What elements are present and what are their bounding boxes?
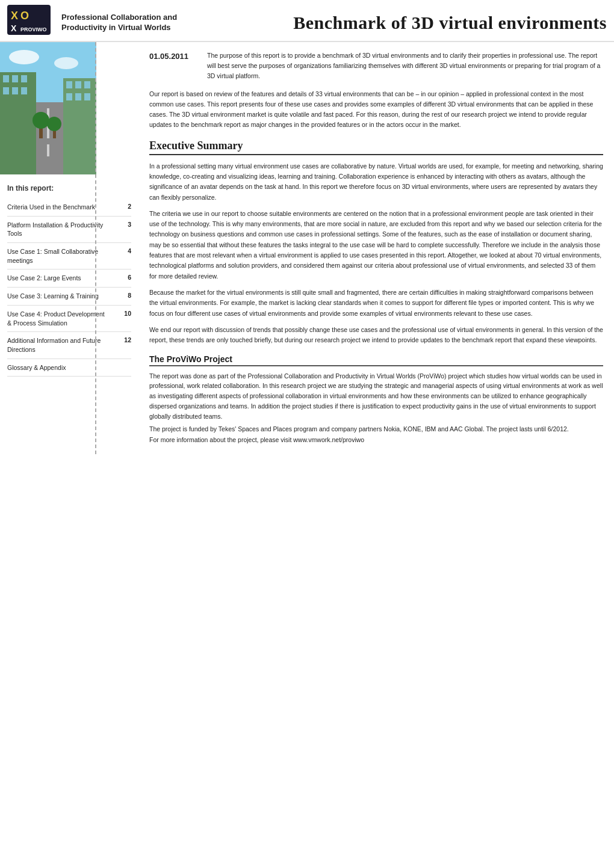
svg-rect-24 [66,93,72,100]
svg-rect-12 [47,144,49,156]
proviwo-logo: X O X PROVIWO [7,5,51,35]
toc-row: Platform Installation & Productivity Too… [7,216,131,242]
svg-text:X: X [11,10,18,22]
toc-item-label: Glossary & Appendix [7,359,110,377]
exec-summary-heading: Executive Summary [149,140,603,155]
sidebar-image [0,42,96,174]
svg-rect-23 [84,81,90,88]
toc-row: Use Case 2: Large Events6 [7,269,131,288]
report-date: 01.05.2011 [149,51,197,81]
svg-point-6 [9,50,39,64]
toc-item-page: 10 [110,305,131,331]
sidebar-image-inner [0,42,96,174]
main-layout: In this report: Criteria Used in the Ben… [0,42,614,454]
toc-item-label: Use Case 1: Small Collaborative meetings [7,243,110,269]
svg-rect-25 [75,93,81,100]
toc-table: Criteria Used in the Benchmark2Platform … [7,199,131,377]
toc-item-label: Use Case 4: Product Development & Proces… [7,305,110,331]
exec-para-2: The criteria we use in our report to cho… [149,209,603,282]
svg-rect-26 [84,93,90,100]
date-intro-block: 01.05.2011 The purpose of this report is… [149,51,603,81]
svg-rect-14 [3,75,9,82]
svg-rect-21 [66,81,72,88]
tagline-line2: Productivity in Virtual Worlds [61,23,243,33]
proviwo-para-1: The report was done as part of the Profe… [149,371,603,422]
toc-item-label: Criteria Used in the Benchmark [7,199,110,216]
exec-para-3: Because the market for the virtual envir… [149,288,603,319]
toc-item-page: 8 [110,288,131,306]
in-this-report-section: In this report: Criteria Used in the Ben… [0,174,138,381]
toc-row: Criteria Used in the Benchmark2 [7,199,131,216]
svg-rect-22 [75,81,81,88]
toc-item-page: 3 [110,216,131,242]
toc-item-page [110,359,131,377]
toc-item-label: Additional Information and Future Direct… [7,332,110,359]
proviwo-link: For more information about the project, … [149,436,603,443]
in-this-report-title: In this report: [7,184,131,192]
intro-paragraph-1: The purpose of this report is to provide… [207,51,603,81]
toc-item-page: 12 [110,332,131,359]
proviwo-heading: The ProViWo Project [149,354,603,366]
logo-box: X O X PROVIWO [7,5,51,35]
exec-para-4: We end our report with discussion of tre… [149,325,603,346]
toc-item-label: Use Case 3: Learning & Training [7,288,110,306]
svg-point-7 [54,57,78,69]
svg-rect-18 [12,87,18,94]
svg-text:PROVIWO: PROVIWO [20,26,47,32]
toc-row: Use Case 3: Learning & Training8 [7,288,131,306]
main-title: Benchmark of 3D virtual environments [293,13,607,33]
svg-rect-17 [3,87,9,94]
toc-item-label: Use Case 2: Large Events [7,269,110,288]
toc-item-page: 4 [110,243,131,269]
proviwo-para-2: The project is funded by Tekes' Spaces a… [149,424,603,434]
exec-para-1: In a professional setting many virtual e… [149,161,603,203]
svg-text:X: X [11,23,17,33]
page-header: X O X PROVIWO Professional Collaboration… [0,0,614,42]
toc-item-label: Platform Installation & Productivity Too… [7,216,110,242]
svg-point-28 [33,112,49,129]
logo-area: X O X PROVIWO [7,5,51,41]
toc-row: Glossary & Appendix [7,359,131,377]
svg-rect-19 [21,87,27,94]
svg-rect-16 [21,75,27,82]
toc-item-page: 6 [110,269,131,288]
toc-row: Use Case 4: Product Development & Proces… [7,305,131,331]
intro-paragraph-2: Our report is based on review of the fea… [149,89,603,129]
svg-text:O: O [20,10,29,22]
toc-row: Additional Information and Future Direct… [7,332,131,359]
tagline-line1: Professional Collaboration and [61,13,243,23]
toc-row: Use Case 1: Small Collaborative meetings… [7,243,131,269]
tagline-area: Professional Collaboration and Productiv… [61,5,243,41]
header-title-area: Benchmark of 3D virtual environments [243,5,607,41]
sidebar-dashed-line [95,42,96,454]
sidebar-illustration [0,42,96,174]
svg-rect-15 [12,75,18,82]
toc-item-page: 2 [110,199,131,216]
sidebar: In this report: Criteria Used in the Ben… [0,42,138,454]
svg-rect-20 [63,78,96,174]
main-content: 01.05.2011 The purpose of this report is… [138,42,614,454]
svg-point-30 [47,117,61,131]
